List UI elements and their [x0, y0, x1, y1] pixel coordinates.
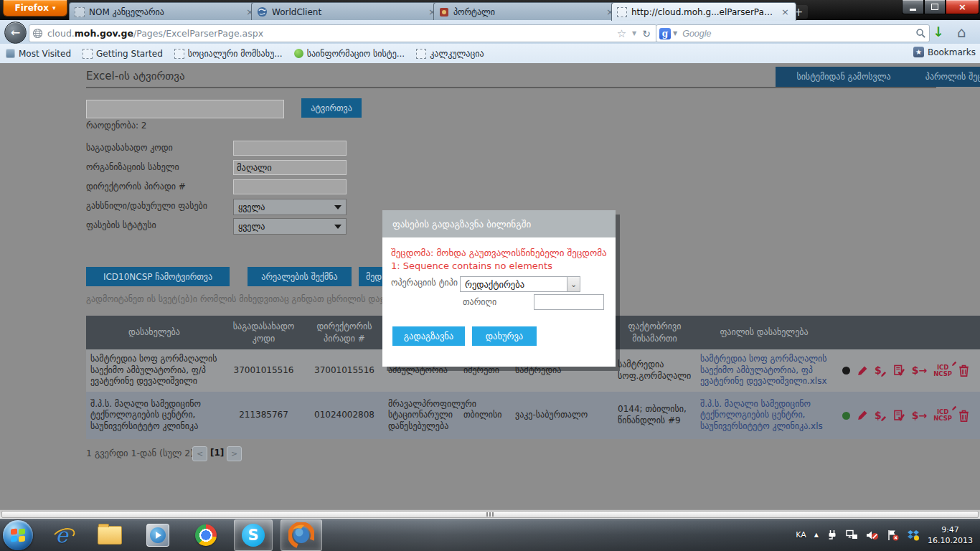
taskbar-firefox[interactable] — [281, 519, 322, 551]
close-window-button[interactable]: × — [946, 0, 979, 14]
cell-tax-code: 211385767 — [222, 392, 305, 439]
back-button[interactable]: ← — [4, 22, 27, 44]
edit-prices-icon[interactable]: $ — [875, 364, 887, 377]
home-icon[interactable]: ⌂ — [957, 24, 966, 41]
bookmark-social-service[interactable]: სოციალური მომსახუ... — [169, 47, 288, 61]
search-icon[interactable] — [915, 28, 926, 39]
org-name-input[interactable] — [233, 160, 347, 175]
bookmarks-toolbar: Most Visited Getting Started სოციალური მ… — [0, 44, 980, 64]
org-name-label: ორგანიზაციის სახელი — [86, 162, 230, 172]
url-text[interactable]: cloud.moh.gov.ge/Pages/ExcelParserPage.a… — [47, 28, 614, 39]
tab-worldclient[interactable]: WorldClient × — [251, 2, 443, 21]
icd-ncsp-edit-icon[interactable]: ICDNCSP — [933, 364, 952, 377]
edit-pencil-icon[interactable] — [857, 365, 868, 377]
header-tax-code[interactable]: საგადასახადო კოდი — [222, 316, 305, 349]
windows-logo-icon — [11, 528, 17, 534]
taskbar-media-player[interactable] — [139, 520, 176, 550]
minimize-button[interactable] — [902, 0, 924, 14]
tab-excel-parser-active[interactable]: http://cloud.moh.g...elParserPage.aspx × — [611, 2, 796, 21]
next-page-button[interactable]: > — [227, 446, 242, 461]
director-id-input[interactable] — [233, 179, 347, 194]
cell-district: ვაკე-საბურთალო — [511, 392, 613, 439]
header-file-name[interactable]: ფაილის დასახელება — [696, 316, 832, 349]
date-input[interactable] — [534, 294, 604, 310]
prices-status-select[interactable]: ყველა — [233, 218, 347, 235]
worldclient-favicon — [257, 6, 268, 17]
firefox-menu-button[interactable]: Firefox ▾ — [3, 0, 67, 17]
edit-prices-icon[interactable]: $ — [875, 409, 887, 422]
windows-logo-icon — [19, 535, 25, 542]
dialog-close-button[interactable]: დახურვა — [472, 326, 537, 346]
cell-tax-code: 37001015516 — [222, 349, 305, 392]
file-link[interactable]: სამტრედია სოფ გორმაღალის საექიმო ამბულატ… — [696, 349, 832, 392]
cell-type: მრავალპროფილური სტაციონარული დაწესებულებ… — [384, 392, 459, 439]
delete-trash-icon[interactable] — [958, 410, 969, 422]
search-bar[interactable]: g ▼ — [656, 24, 930, 42]
url-dropdown-icon[interactable]: ▼ — [629, 30, 639, 37]
downloads-icon[interactable]: ↓ — [933, 24, 944, 39]
clock[interactable]: 9:47 16.10.2013 — [928, 524, 973, 546]
delete-trash-icon[interactable] — [958, 364, 969, 377]
header-address[interactable]: ფაქტობრივი მისამართი — [613, 316, 696, 349]
change-password-button[interactable]: პაროლის შეცვლა — [899, 67, 980, 87]
director-id-label: დირექტორის პირადი # — [86, 182, 230, 192]
operation-type-select[interactable]: რედაქტირება ⌄ — [460, 276, 580, 292]
url-bar[interactable]: cloud.moh.gov.ge/Pages/ExcelParserPage.a… — [29, 24, 657, 42]
search-engine-dropdown-icon[interactable]: ▼ — [673, 30, 677, 37]
file-link[interactable]: შ.პ.ს. მაღალი სამედიცინო ტექნოლოგიების ც… — [696, 392, 832, 439]
icd-ncsp-edit-icon[interactable]: ICDNCSP — [933, 409, 952, 422]
send-button[interactable]: გადაგზავნა — [392, 326, 465, 346]
document-check-icon[interactable] — [893, 364, 905, 377]
logout-button[interactable]: სისტემიდან გამოსვლა — [776, 67, 912, 87]
tab-portal[interactable]: პორტალი × — [433, 2, 621, 21]
cell-actions: $ $→ ICDNCSP — [832, 392, 980, 439]
bookmark-most-visited[interactable]: Most Visited — [0, 47, 77, 61]
prev-page-button[interactable]: < — [192, 446, 207, 461]
scrollbar-grip — [489, 512, 491, 517]
globe-icon — [32, 28, 43, 39]
tab-nom[interactable]: NOM კანცელარია × — [69, 2, 261, 21]
taskbar-skype[interactable]: S — [234, 519, 273, 551]
reload-icon[interactable]: ↻ — [639, 28, 654, 39]
bookmark-getting-started[interactable]: Getting Started — [77, 47, 169, 61]
bookmark-calculation[interactable]: კალკულაცია — [410, 47, 489, 61]
table-row[interactable]: შ.პ.ს. მაღალი სამედიცინო ტექნოლოგიების ც… — [86, 392, 980, 439]
upload-button[interactable]: ატვირთვა — [301, 98, 362, 118]
power-plug-icon[interactable] — [826, 529, 838, 541]
header-director-id[interactable]: დირექტორის პირადი # — [305, 316, 384, 349]
send-prices-icon[interactable]: $→ — [912, 409, 927, 422]
action-center-flag-icon[interactable] — [887, 529, 899, 541]
tax-code-input[interactable] — [233, 141, 347, 156]
header-name[interactable]: დასახელება — [86, 316, 222, 349]
placeholder-favicon — [174, 49, 184, 59]
taskbar-chrome[interactable] — [187, 520, 225, 550]
taskbar-file-explorer[interactable] — [91, 520, 128, 550]
tax-code-label: საგადასახადო კოდი — [86, 143, 230, 153]
bookmarks-menu-button[interactable]: ★ Bookmarks — [913, 47, 976, 57]
start-button[interactable] — [3, 520, 33, 550]
restore-button[interactable] — [924, 0, 946, 14]
group-hint-text: გადმოიტანეთ ის სვეტ(ებ)ი რომლის მიხედვით… — [86, 294, 413, 304]
bookmarks-star-icon: ★ — [913, 47, 924, 57]
tray-expand-icon[interactable]: ▲ — [814, 532, 819, 538]
dropbox-notification-icon[interactable] — [907, 529, 920, 541]
network-icon[interactable] — [846, 529, 858, 540]
taskbar-internet-explorer[interactable]: e — [43, 520, 80, 550]
edit-pencil-icon[interactable] — [857, 410, 868, 421]
bookmark-star-icon[interactable]: ☆ — [614, 27, 629, 40]
document-check-icon[interactable] — [893, 410, 905, 422]
tab-close-icon[interactable]: × — [780, 7, 791, 17]
open-closed-prices-label: გახსნილი/დახურული ფასები — [86, 201, 230, 211]
chevron-down-icon — [334, 225, 341, 229]
send-prices-icon[interactable]: $→ — [912, 364, 927, 377]
create-areas-button[interactable]: არეალების შექმნა — [248, 267, 352, 286]
file-upload-input[interactable] — [86, 100, 284, 118]
volume-muted-icon[interactable] — [866, 529, 879, 541]
open-closed-prices-select[interactable]: ყველა — [233, 199, 347, 215]
bookmark-info-system[interactable]: საინფორმაციო სისტე... — [288, 47, 411, 61]
current-page[interactable]: [1] — [210, 448, 224, 458]
search-input[interactable] — [681, 28, 915, 39]
icd10ncsp-download-button[interactable]: ICD10NCSP ჩამოტვირთვა — [86, 267, 230, 286]
chevron-down-icon[interactable]: ⌄ — [567, 277, 580, 291]
language-indicator[interactable]: KA — [796, 530, 806, 540]
